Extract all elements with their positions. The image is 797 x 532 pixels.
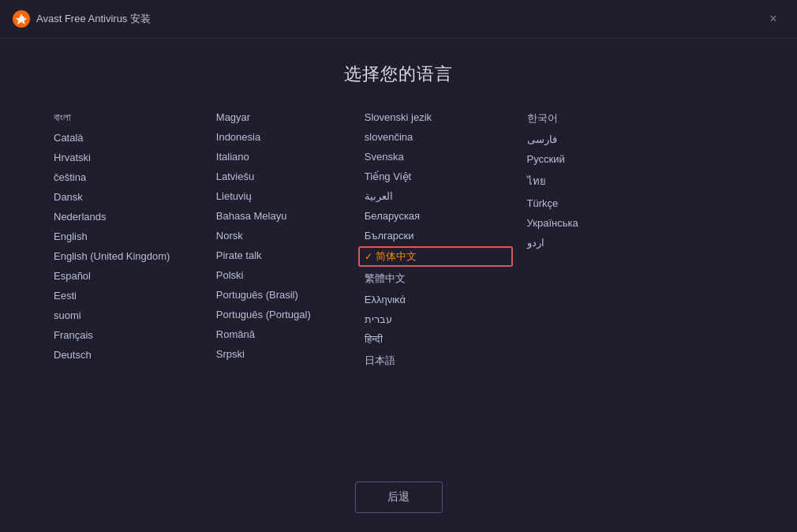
language-label: English [54,230,88,242]
lang-item-ellinika[interactable]: Ελληνικά [358,290,513,309]
lang-item-eesti[interactable]: Eesti [47,287,202,305]
lang-item-portugues-portugal[interactable]: Português (Portugal) [210,305,350,324]
language-label: Slovenski jezik [365,111,432,123]
lang-item-norsk[interactable]: Norsk [210,227,350,245]
language-label: Български [365,230,414,242]
lang-item-portugues-brasil[interactable]: Português (Brasil) [210,286,350,304]
language-label: فارسی [527,133,557,145]
lang-item-english[interactable]: English [47,227,202,245]
lang-item-bulgarski[interactable]: Български [358,227,513,245]
lang-item-srpski[interactable]: Srpski [210,345,350,363]
language-label: Svenska [365,151,404,163]
lang-item-deutsch[interactable]: Deutsch [47,346,202,364]
language-label: Lietuvių [216,190,252,202]
close-button[interactable]: × [762,8,784,30]
language-label: Pirate talk [216,249,262,261]
lang-item-pirate-talk[interactable]: Pirate talk [210,246,350,264]
language-label: Magyar [216,111,250,123]
window-title: Avast Free Antivirus 安装 [36,12,762,26]
language-label: Bahasa Melayu [216,210,287,222]
language-label: বাংলা [54,111,71,124]
language-label: Português (Portugal) [216,309,311,320]
language-label: ไทย [527,173,546,189]
language-label: Português (Brasil) [216,289,298,301]
footer: 后退 [0,469,797,532]
language-label: Română [216,328,255,340]
lang-item-ukrainska[interactable]: Українська [521,214,647,232]
language-label: Eesti [54,290,77,302]
language-label: Srpski [216,348,245,360]
installer-window: Avast Free Antivirus 安装 × 选择您的语言 বাংলাCa… [0,0,797,532]
language-label: Ελληνικά [365,294,406,305]
lang-item-arabic[interactable]: العربية [358,187,513,205]
lang-item-russian[interactable]: Русский [521,150,647,168]
language-label: čeština [54,171,86,183]
lang-item-espanol[interactable]: Español [47,267,202,285]
main-content: 选择您的语言 বাংলাCatalàHrvatskičeštinaDanskNe… [0,39,797,469]
lang-item-belarusskaya[interactable]: Беларуская [358,207,513,225]
lang-item-hrvatski[interactable]: Hrvatski [47,148,202,167]
language-label: Беларуская [365,210,420,222]
lang-item-indonesia[interactable]: Indonesia [210,128,350,146]
lang-item-english-uk[interactable]: English (United Kingdom) [47,247,202,265]
lang-item-suomi[interactable]: suomi [47,306,202,324]
lang-item-catala[interactable]: Català [47,129,202,147]
lang-item-magyar[interactable]: Magyar [210,108,350,126]
language-label: العربية [365,190,393,202]
lang-item-dansk[interactable]: Dansk [47,188,202,206]
titlebar: Avast Free Antivirus 安装 × [0,0,797,39]
page-title: 选择您的语言 [344,62,453,86]
lang-item-svenska[interactable]: Svenska [358,148,513,166]
language-label: Українська [527,217,578,229]
lang-item-romana[interactable]: Română [210,325,350,343]
lang-item-japanese[interactable]: 日本語 [358,350,513,371]
lang-item-thai[interactable]: ไทย [521,170,647,193]
lang-item-polski[interactable]: Polski [210,266,350,284]
lang-item-cestina[interactable]: čeština [47,168,202,186]
language-label: Latviešu [216,170,254,182]
language-label: اردو [527,237,544,249]
language-label: Tiếng Việt [365,170,411,182]
language-label: suomi [54,309,81,321]
lang-item-hindi[interactable]: हिन्दी [358,330,513,349]
lang-item-farsi[interactable]: فارسی [521,130,647,148]
language-label: Indonesia [216,131,260,143]
language-label: Polski [216,269,244,281]
lang-item-simplified-chinese[interactable]: ✓简体中文 [358,246,513,267]
language-label: हिन्दी [365,333,383,346]
avast-icon [13,10,30,28]
lang-item-ivrit[interactable]: עברית [358,310,513,328]
selected-checkmark: ✓ [365,251,372,262]
lang-item-italiano[interactable]: Italiano [210,148,350,166]
lang-item-latviesu[interactable]: Latviešu [210,167,350,185]
language-label: slovenčina [365,131,413,143]
lang-item-bahasa-melayu[interactable]: Bahasa Melayu [210,207,350,225]
language-grid: বাংলাCatalàHrvatskičeštinaDanskNederland… [47,108,750,453]
language-label: Hrvatski [54,152,91,163]
lang-item-lietuviu[interactable]: Lietuvių [210,187,350,205]
lang-item-tieng-viet[interactable]: Tiếng Việt [358,167,513,185]
back-button[interactable]: 后退 [355,481,443,513]
language-label: 日本語 [365,354,395,368]
lang-item-urdu[interactable]: اردو [521,234,647,252]
language-label: Norsk [216,230,243,242]
language-column-2: MagyarIndonesiaItalianoLatviešuLietuviųB… [210,108,350,453]
language-label: English (United Kingdom) [54,250,170,262]
lang-item-korean[interactable]: 한국어 [521,108,647,129]
lang-item-bangla[interactable]: বাংলা [47,108,202,127]
lang-item-slovencina[interactable]: slovenčina [358,128,513,146]
lang-item-slovenski-jezik[interactable]: Slovenski jezik [358,108,513,126]
language-column-4: 한국어فارسیРусскийไทยTürkçeУкраїнськаاردو [521,108,647,453]
language-column-3: Slovenski jezikslovenčinaSvenskaTiếng Vi… [358,108,513,453]
lang-item-francais[interactable]: Français [47,326,202,344]
language-label: Italiano [216,151,249,163]
lang-item-nederlands[interactable]: Nederlands [47,208,202,226]
language-label: Deutsch [54,349,92,361]
language-label: Nederlands [54,211,107,223]
language-label: עברית [365,313,392,325]
language-label: 한국어 [527,111,558,126]
lang-item-turkce[interactable]: Türkçe [521,194,647,212]
lang-item-traditional-chinese[interactable]: 繁體中文 [358,268,513,289]
language-label: 简体中文 [376,249,417,264]
language-label: 繁體中文 [365,272,406,286]
